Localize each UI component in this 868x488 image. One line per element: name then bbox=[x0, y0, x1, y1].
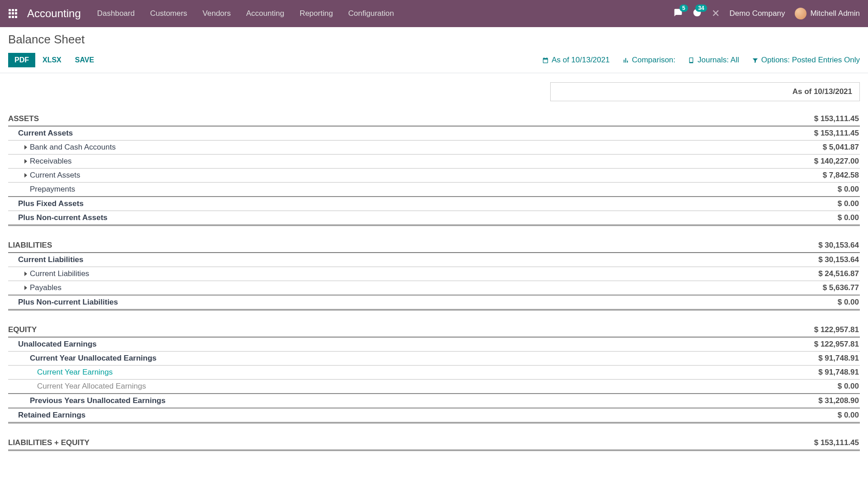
report-line[interactable]: Bank and Cash Accounts$ 5,041.87 bbox=[8, 141, 860, 155]
avatar bbox=[795, 8, 807, 19]
activities-button[interactable]: 34 bbox=[693, 8, 702, 19]
row-label-wrap: Current Assets bbox=[8, 128, 73, 138]
report-line[interactable]: Current Assets$ 7,842.58 bbox=[8, 169, 860, 183]
row-label: Current Year Unallocated Earnings bbox=[30, 353, 156, 363]
nav-left: Accounting Dashboard Customers Vendors A… bbox=[8, 7, 394, 20]
row-amount: $ 5,041.87 bbox=[823, 142, 859, 152]
report-line: Current Assets$ 153,111.45 bbox=[8, 127, 860, 141]
row-label: Current Year Allocated Earnings bbox=[37, 381, 146, 391]
report-line: Plus Fixed Assets$ 0.00 bbox=[8, 197, 860, 211]
filter-comparison[interactable]: Comparison: bbox=[623, 56, 675, 65]
app-brand[interactable]: Accounting bbox=[27, 7, 81, 20]
row-amount: $ 91,748.91 bbox=[818, 353, 859, 363]
save-button[interactable]: SAVE bbox=[69, 53, 100, 67]
report-line: Current Year Allocated Earnings$ 0.00 bbox=[8, 380, 860, 394]
row-label-wrap: Current Liabilities bbox=[8, 255, 84, 265]
row-label-wrap: LIABILITIES + EQUITY bbox=[8, 438, 90, 448]
row-amount: $ 0.00 bbox=[838, 297, 859, 307]
report-line: Current Year Unallocated Earnings$ 91,74… bbox=[8, 352, 860, 366]
report-line[interactable]: Payables$ 5,636.77 bbox=[8, 281, 860, 296]
row-label: Unallocated Earnings bbox=[18, 339, 97, 349]
company-selector[interactable]: Demo Company bbox=[730, 9, 785, 18]
filter-options[interactable]: Options: Posted Entries Only bbox=[752, 56, 860, 65]
report-line: Plus Non-current Liabilities$ 0.00 bbox=[8, 296, 860, 310]
nav-configuration[interactable]: Configuration bbox=[348, 9, 394, 18]
filter-as-of-label: As of 10/13/2021 bbox=[552, 56, 610, 65]
row-label-wrap: Current Year Allocated Earnings bbox=[8, 381, 146, 391]
report-content: As of 10/13/2021 ASSETS$ 153,111.45Curre… bbox=[0, 73, 868, 460]
messages-button[interactable]: 5 bbox=[674, 8, 683, 19]
user-menu[interactable]: Mitchell Admin bbox=[795, 8, 860, 19]
caret-right-icon[interactable] bbox=[24, 272, 27, 276]
report-line: Unallocated Earnings$ 122,957.81 bbox=[8, 338, 860, 352]
caret-right-icon[interactable] bbox=[24, 286, 27, 290]
page-title: Balance Sheet bbox=[8, 33, 860, 47]
row-amount: $ 31,208.90 bbox=[818, 396, 859, 406]
filter-as-of[interactable]: As of 10/13/2021 bbox=[542, 56, 610, 65]
pdf-button[interactable]: PDF bbox=[8, 53, 35, 67]
row-label: Plus Non-current Assets bbox=[18, 213, 108, 223]
row-label: Payables bbox=[30, 283, 61, 293]
top-navbar: Accounting Dashboard Customers Vendors A… bbox=[0, 0, 868, 27]
report-line[interactable]: Current Liabilities$ 24,516.87 bbox=[8, 267, 860, 281]
page-header: Balance Sheet bbox=[0, 27, 868, 47]
report-line[interactable]: Receivables$ 140,227.00 bbox=[8, 155, 860, 169]
toolbar-right: As of 10/13/2021 Comparison: Journals: A… bbox=[542, 56, 860, 65]
nav-customers[interactable]: Customers bbox=[150, 9, 187, 18]
row-label: LIABILITIES bbox=[8, 240, 52, 250]
row-label-wrap: Prepayments bbox=[8, 184, 75, 194]
row-amount: $ 0.00 bbox=[838, 381, 859, 391]
nav-reporting[interactable]: Reporting bbox=[300, 9, 333, 18]
date-header-row: As of 10/13/2021 bbox=[8, 82, 860, 101]
filter-journals[interactable]: Journals: All bbox=[688, 56, 739, 65]
report-line[interactable]: Current Year Earnings$ 91,748.91 bbox=[8, 366, 860, 380]
section-gap bbox=[8, 423, 860, 436]
row-label-wrap: Current Liabilities bbox=[8, 269, 89, 279]
row-label-wrap: Bank and Cash Accounts bbox=[8, 142, 116, 152]
row-label-wrap: Plus Non-current Liabilities bbox=[8, 297, 118, 307]
row-label: Current Assets bbox=[30, 170, 80, 180]
filter-options-label: Options: Posted Entries Only bbox=[761, 56, 860, 65]
row-label-wrap: Payables bbox=[8, 283, 61, 293]
row-amount: $ 153,111.45 bbox=[814, 438, 859, 448]
nav-vendors[interactable]: Vendors bbox=[203, 9, 231, 18]
nav-accounting[interactable]: Accounting bbox=[246, 9, 284, 18]
row-label-wrap: Current Assets bbox=[8, 170, 80, 180]
messages-badge: 5 bbox=[679, 5, 688, 12]
caret-right-icon[interactable] bbox=[24, 145, 27, 150]
row-label: Plus Fixed Assets bbox=[18, 199, 84, 209]
report-line: Previous Years Unallocated Earnings$ 31,… bbox=[8, 394, 860, 408]
row-label-wrap: Plus Fixed Assets bbox=[8, 199, 84, 209]
caret-right-icon[interactable] bbox=[24, 173, 27, 178]
book-icon bbox=[688, 57, 695, 64]
section-gap bbox=[8, 310, 860, 323]
caret-right-icon[interactable] bbox=[24, 159, 27, 164]
row-label: LIABILITIES + EQUITY bbox=[8, 438, 90, 448]
row-label-wrap: Retained Earnings bbox=[8, 410, 85, 420]
row-label-wrap: Receivables bbox=[8, 156, 72, 166]
report-line: Plus Non-current Assets$ 0.00 bbox=[8, 211, 860, 226]
close-icon[interactable]: ✕ bbox=[712, 8, 720, 19]
row-label[interactable]: Current Year Earnings bbox=[37, 367, 113, 377]
section-row: ASSETS$ 153,111.45 bbox=[8, 112, 860, 127]
row-amount: $ 24,516.87 bbox=[818, 269, 859, 279]
row-label-wrap: ASSETS bbox=[8, 114, 39, 124]
nav-dashboard[interactable]: Dashboard bbox=[97, 9, 135, 18]
xlsx-button[interactable]: XLSX bbox=[36, 53, 68, 67]
row-amount: $ 7,842.58 bbox=[823, 170, 859, 180]
row-label: Current Assets bbox=[18, 128, 73, 138]
report-line: Current Liabilities$ 30,153.64 bbox=[8, 253, 860, 267]
row-label: Receivables bbox=[30, 156, 72, 166]
row-label-wrap: Previous Years Unallocated Earnings bbox=[8, 396, 165, 406]
row-amount: $ 140,227.00 bbox=[814, 156, 859, 166]
calendar-icon bbox=[542, 57, 549, 64]
row-amount: $ 0.00 bbox=[838, 213, 859, 223]
nav-menu: Dashboard Customers Vendors Accounting R… bbox=[97, 9, 394, 18]
apps-icon[interactable] bbox=[8, 9, 18, 19]
activities-badge: 34 bbox=[695, 5, 707, 12]
row-amount: $ 0.00 bbox=[838, 410, 859, 420]
filter-comparison-label: Comparison: bbox=[632, 56, 675, 65]
row-amount: $ 30,153.64 bbox=[818, 255, 859, 265]
row-amount: $ 5,636.77 bbox=[823, 283, 859, 293]
section-row: LIABILITIES + EQUITY$ 153,111.45 bbox=[8, 436, 860, 451]
